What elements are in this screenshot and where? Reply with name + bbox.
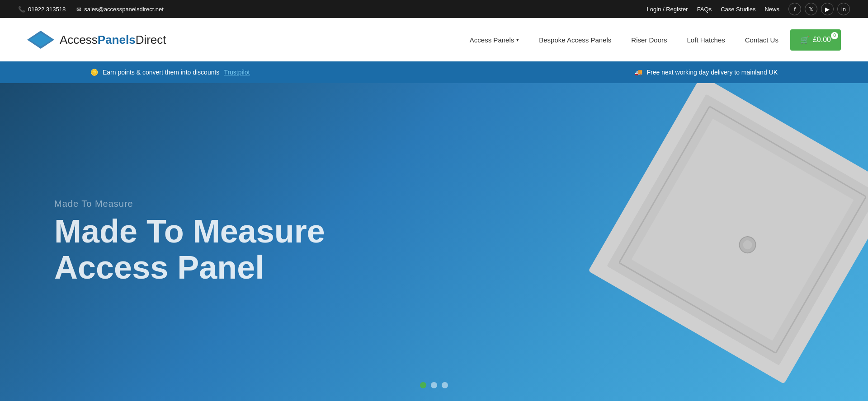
info-bar: 🪙 Earn points & convert them into discou… xyxy=(0,61,868,83)
youtube-icon[interactable]: ▶ xyxy=(821,3,834,15)
top-bar-nav: Login / Register FAQs Case Studies News xyxy=(647,6,779,13)
carousel-dot-1[interactable] xyxy=(420,382,426,388)
phone-icon: 📞 xyxy=(18,6,25,13)
info-points-text: Earn points & convert them into discount… xyxy=(103,69,219,76)
info-points: 🪙 Earn points & convert them into discou… xyxy=(90,69,250,76)
nav-item-access-panels[interactable]: Access Panels ▾ xyxy=(462,33,527,47)
info-delivery-text: Free next working day delivery to mainla… xyxy=(647,69,778,76)
hero-title-line1: Made To Measure xyxy=(54,214,325,249)
hero-section: Made To Measure Made To Measure Access P… xyxy=(0,83,868,401)
hero-title: Made To Measure Access Panel xyxy=(54,214,325,285)
chevron-down-icon: ▾ xyxy=(516,37,519,43)
faqs-link[interactable]: FAQs xyxy=(697,6,712,13)
nav-item-contact[interactable]: Contact Us xyxy=(737,33,787,47)
nav-item-bespoke[interactable]: Bespoke Access Panels xyxy=(531,33,619,47)
cart-badge: 0 xyxy=(831,32,838,39)
news-link[interactable]: News xyxy=(764,6,779,13)
coins-icon: 🪙 xyxy=(90,69,98,76)
hero-title-line2: Access Panel xyxy=(54,250,325,285)
top-bar-right: Login / Register FAQs Case Studies News … xyxy=(647,3,850,15)
top-bar: 📞 01922 313518 ✉ sales@accesspanelsdirec… xyxy=(0,0,868,18)
carousel-dot-2[interactable] xyxy=(431,382,437,388)
cart-total: £0.00 xyxy=(813,36,831,44)
hero-content: Made To Measure Made To Measure Access P… xyxy=(0,199,379,285)
hero-product-image xyxy=(552,83,868,401)
svg-marker-1 xyxy=(29,33,52,47)
logo-area[interactable]: AccessPanelsDirect xyxy=(27,31,166,49)
social-icons: f 𝕏 ▶ in xyxy=(788,3,850,15)
email-icon: ✉ xyxy=(76,6,81,13)
cart-button[interactable]: 🛒 £0.00 0 xyxy=(790,29,841,51)
nav-bar: AccessPanelsDirect Access Panels ▾ Bespo… xyxy=(0,18,868,61)
phone-contact: 📞 01922 313518 xyxy=(18,6,66,13)
logo-panels: Panels xyxy=(98,33,136,47)
carousel-dot-3[interactable] xyxy=(442,382,448,388)
linkedin-icon[interactable]: in xyxy=(837,3,850,15)
email-contact: ✉ sales@accesspanelsdirect.net xyxy=(76,6,164,13)
cart-icon: 🛒 xyxy=(800,36,809,44)
nav-menu: Access Panels ▾ Bespoke Access Panels Ri… xyxy=(462,29,841,51)
login-register-link[interactable]: Login / Register xyxy=(647,6,688,13)
truck-icon: 🚚 xyxy=(635,69,642,76)
nav-item-loft-hatches[interactable]: Loft Hatches xyxy=(679,33,733,47)
info-delivery: 🚚 Free next working day delivery to main… xyxy=(635,69,778,76)
twitter-icon[interactable]: 𝕏 xyxy=(805,3,817,15)
top-bar-left: 📞 01922 313518 ✉ sales@accesspanelsdirec… xyxy=(18,6,164,13)
logo-icon xyxy=(27,31,54,49)
nav-item-riser-doors[interactable]: Riser Doors xyxy=(623,33,675,47)
phone-number[interactable]: 01922 313518 xyxy=(28,6,66,13)
logo-text: AccessPanelsDirect xyxy=(60,33,166,47)
facebook-icon[interactable]: f xyxy=(788,3,801,15)
email-link[interactable]: sales@accesspanelsdirect.net xyxy=(84,6,164,13)
trustpilot-link[interactable]: Trustpilot xyxy=(224,69,250,76)
carousel-dots xyxy=(420,382,448,388)
hero-subtitle: Made To Measure xyxy=(54,199,325,209)
case-studies-link[interactable]: Case Studies xyxy=(721,6,755,13)
